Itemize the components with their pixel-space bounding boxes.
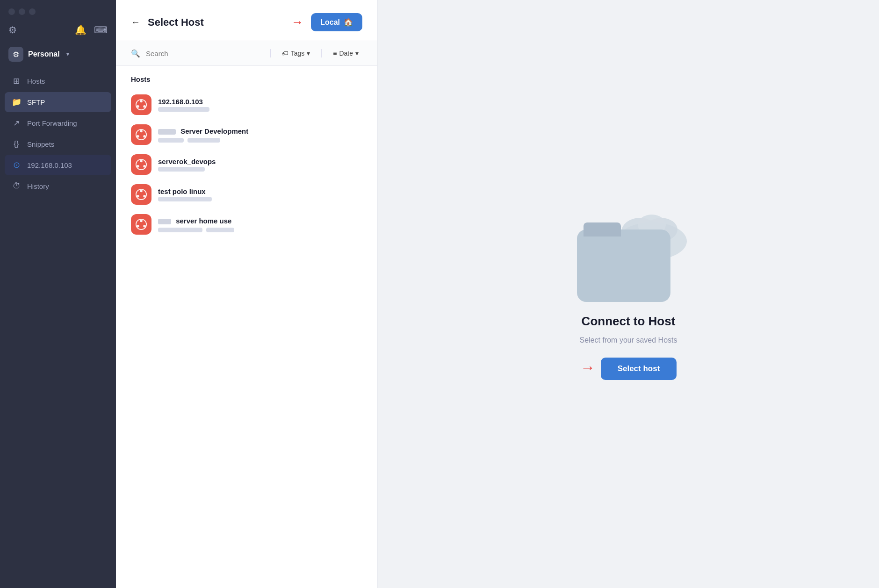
workspace-icon: ⚙ bbox=[8, 47, 23, 62]
notification-icon[interactable]: 🔔 bbox=[75, 24, 86, 36]
svg-point-2 bbox=[143, 105, 146, 108]
sidebar-item-snippets[interactable]: {} Snippets bbox=[5, 134, 111, 154]
host-sub-3 bbox=[158, 167, 205, 172]
sidebar-top-icons: ⚙ 🔔 ⌨ bbox=[0, 21, 116, 43]
svg-point-9 bbox=[140, 160, 143, 163]
svg-point-1 bbox=[140, 100, 143, 103]
host-info-2: Server Development bbox=[158, 127, 362, 143]
host-item-2[interactable]: Server Development bbox=[131, 120, 362, 150]
hosts-icon: ⊞ bbox=[11, 76, 22, 86]
workspace-selector[interactable]: ⚙ Personal ▾ bbox=[0, 43, 116, 71]
tag-icon: 🏷 bbox=[282, 50, 288, 57]
host-info-4: test polo linux bbox=[158, 187, 362, 201]
folder-illustration bbox=[563, 208, 694, 302]
panel-header: ← Select Host → Local 🏠 bbox=[116, 0, 377, 41]
svg-point-14 bbox=[143, 195, 146, 198]
svg-point-10 bbox=[143, 165, 146, 168]
svg-point-19 bbox=[137, 225, 139, 228]
arrow-annotation-local: → bbox=[291, 15, 303, 29]
sidebar-item-label-snippets: Snippets bbox=[27, 140, 54, 148]
traffic-lights bbox=[0, 0, 116, 21]
traffic-light-close[interactable] bbox=[8, 8, 15, 15]
sidebar-item-hosts[interactable]: ⊞ Hosts bbox=[5, 71, 111, 91]
sidebar-item-host-ip[interactable]: ⊙ 192.168.0.103 bbox=[5, 155, 111, 175]
hosts-list: Hosts 192.168.0.103 bbox=[116, 66, 377, 588]
host-item-1[interactable]: 192.168.0.103 bbox=[131, 90, 362, 120]
tags-filter-button[interactable]: 🏷 Tags ▾ bbox=[278, 48, 314, 59]
terminal-icon[interactable]: ⌨ bbox=[94, 24, 108, 36]
date-filter-button[interactable]: ≡ Date ▾ bbox=[329, 48, 362, 59]
connect-title: Connect to Host bbox=[582, 314, 676, 329]
traffic-light-maximize[interactable] bbox=[29, 8, 36, 15]
host-ip-icon: ⊙ bbox=[11, 160, 22, 170]
traffic-light-minimize[interactable] bbox=[19, 8, 25, 15]
date-chevron-icon: ▾ bbox=[355, 50, 359, 57]
search-bar: 🔍 🏷 Tags ▾ ≡ Date ▾ bbox=[116, 41, 377, 66]
ubuntu-icon-3 bbox=[135, 158, 147, 171]
sidebar-item-label-sftp: SFTP bbox=[27, 98, 45, 106]
folder-body bbox=[577, 229, 670, 302]
select-host-button[interactable]: Select host bbox=[601, 358, 677, 380]
search-input[interactable] bbox=[146, 50, 263, 57]
connect-subtitle: Select from your saved Hosts bbox=[580, 336, 677, 344]
back-button[interactable]: ← bbox=[131, 17, 140, 28]
host-name-4: test polo linux bbox=[158, 187, 362, 195]
sort-icon: ≡ bbox=[333, 50, 337, 57]
svg-point-5 bbox=[140, 130, 143, 133]
ubuntu-icon-4 bbox=[135, 188, 147, 201]
host-info-3: serverok_devops bbox=[158, 158, 362, 172]
svg-point-11 bbox=[137, 165, 139, 168]
sidebar-item-sftp[interactable]: 📁 SFTP bbox=[5, 92, 111, 112]
host-sub-1 bbox=[158, 107, 209, 112]
search-icon: 🔍 bbox=[131, 49, 140, 58]
left-panel: ← Select Host → Local 🏠 🔍 🏷 Tags ▾ ≡ Dat… bbox=[116, 0, 378, 588]
host-avatar-5 bbox=[131, 214, 151, 235]
sidebar: ⚙ 🔔 ⌨ ⚙ Personal ▾ ⊞ Hosts 📁 SFTP ↗ Port… bbox=[0, 0, 116, 588]
svg-point-13 bbox=[140, 190, 143, 193]
local-button[interactable]: Local 🏠 bbox=[311, 13, 362, 31]
chevron-down-icon: ▾ bbox=[66, 51, 69, 57]
svg-point-18 bbox=[143, 225, 146, 228]
host-name-1: 192.168.0.103 bbox=[158, 98, 362, 106]
folder-tab bbox=[584, 222, 621, 237]
tags-chevron-icon: ▾ bbox=[307, 50, 310, 57]
snippets-icon: {} bbox=[11, 139, 22, 149]
host-sub-2a bbox=[158, 138, 184, 143]
svg-point-7 bbox=[137, 135, 139, 138]
filter-divider bbox=[270, 49, 271, 57]
svg-point-3 bbox=[137, 105, 139, 108]
right-panel: Connect to Host Select from your saved H… bbox=[378, 0, 879, 588]
sftp-icon: 📁 bbox=[11, 97, 22, 107]
host-avatar-2 bbox=[131, 124, 151, 145]
local-button-label: Local bbox=[320, 18, 340, 27]
sidebar-item-port-forwarding[interactable]: ↗ Port Forwarding bbox=[5, 113, 111, 133]
sidebar-item-label-port-forwarding: Port Forwarding bbox=[27, 119, 77, 127]
hosts-section-title: Hosts bbox=[131, 75, 362, 83]
sidebar-item-label-host-ip: 192.168.0.103 bbox=[27, 161, 72, 169]
sidebar-navigation: ⊞ Hosts 📁 SFTP ↗ Port Forwarding {} Snip… bbox=[0, 71, 116, 196]
sidebar-item-label-history: History bbox=[27, 182, 49, 190]
host-info-5: server home use bbox=[158, 217, 362, 232]
ubuntu-icon-1 bbox=[135, 99, 147, 111]
arrow-annotation-select: → bbox=[580, 359, 595, 376]
sidebar-item-history[interactable]: ⏱ History bbox=[5, 176, 111, 196]
host-info-1: 192.168.0.103 bbox=[158, 98, 362, 112]
host-name-3: serverok_devops bbox=[158, 158, 362, 165]
tags-label: Tags bbox=[291, 50, 305, 57]
svg-point-17 bbox=[140, 220, 143, 222]
main-area: ← Select Host → Local 🏠 🔍 🏷 Tags ▾ ≡ Dat… bbox=[116, 0, 879, 588]
host-sub-5a bbox=[158, 228, 202, 232]
host-item-3[interactable]: serverok_devops bbox=[131, 150, 362, 179]
history-icon: ⏱ bbox=[11, 181, 22, 191]
host-avatar-3 bbox=[131, 154, 151, 175]
host-item-5[interactable]: server home use bbox=[131, 209, 362, 239]
select-host-row: → Select host bbox=[580, 356, 677, 380]
workspace-label: Personal bbox=[28, 50, 60, 58]
host-item-4[interactable]: test polo linux bbox=[131, 179, 362, 209]
date-label: Date bbox=[339, 50, 353, 57]
host-sub-2b bbox=[187, 138, 220, 143]
settings-icon[interactable]: ⚙ bbox=[8, 24, 17, 36]
host-sub-4 bbox=[158, 197, 212, 201]
sidebar-item-label-hosts: Hosts bbox=[27, 77, 45, 85]
connect-card: Connect to Host Select from your saved H… bbox=[563, 208, 694, 380]
